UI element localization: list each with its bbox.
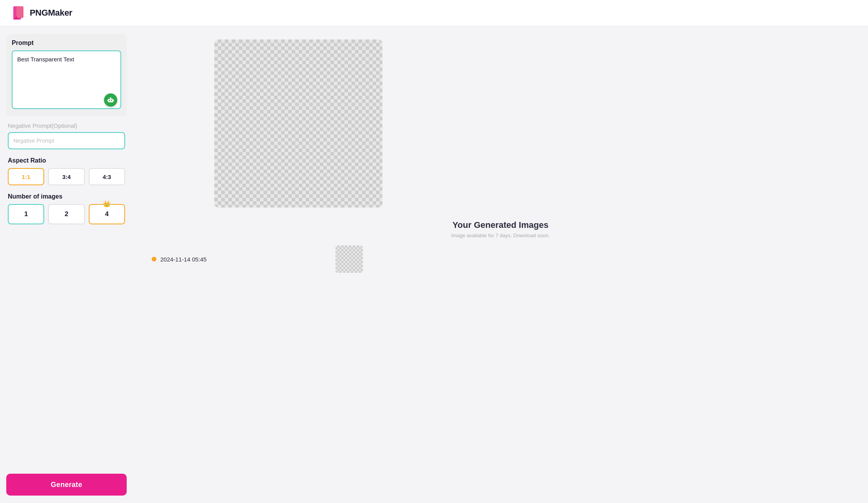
logo-icon: [11, 5, 26, 20]
ratio-btn-3-4[interactable]: 3:4: [48, 168, 84, 185]
status-dot: [152, 257, 156, 261]
svg-rect-9: [113, 100, 114, 101]
logo-text: PNGMaker: [30, 8, 72, 18]
num-btn-1[interactable]: 1: [8, 204, 44, 224]
svg-point-5: [111, 100, 112, 101]
right-panel: Your Generated Images Image available fo…: [133, 26, 868, 503]
main-layout: Prompt Best Transparent Text: [0, 26, 868, 503]
generated-section: Your Generated Images Image available fo…: [144, 220, 857, 276]
thumbnail-checker: [335, 245, 363, 273]
ratio-btn-4-3[interactable]: 4:3: [89, 168, 125, 185]
svg-rect-8: [108, 100, 108, 101]
negative-prompt-section: Negative Prompt(Optional): [6, 122, 127, 149]
left-panel: Prompt Best Transparent Text: [0, 26, 133, 503]
image-preview: [214, 39, 382, 208]
num-images-label: Number of images: [8, 193, 125, 200]
spacer: [6, 234, 127, 474]
ratio-buttons: 1:1 3:4 4:3: [8, 168, 125, 185]
robot-icon: [107, 96, 115, 104]
ratio-btn-1-1[interactable]: 1:1: [8, 168, 44, 185]
generated-title: Your Generated Images: [144, 220, 857, 230]
aspect-ratio-label: Aspect Ratio: [8, 157, 125, 164]
num-btn-4[interactable]: 👑 4: [89, 204, 125, 224]
prompt-section: Prompt Best Transparent Text: [6, 34, 127, 116]
prompt-label: Prompt: [12, 39, 121, 47]
generated-subtitle: Image available for 7 days. Download soo…: [144, 233, 857, 238]
svg-rect-3: [108, 99, 113, 102]
image-timestamp: 2024-11-14 05:45: [160, 256, 206, 263]
generate-button[interactable]: Generate: [6, 474, 127, 496]
num-images-section: Number of images 1 2 👑 4: [6, 193, 127, 224]
num-btn-2[interactable]: 2: [48, 204, 84, 224]
image-entry: 2024-11-14 05:45: [144, 245, 857, 273]
negative-prompt-label: Negative Prompt(Optional): [8, 122, 125, 129]
prompt-textarea-wrapper: Best Transparent Text: [12, 50, 121, 111]
crown-icon: 👑: [103, 200, 111, 208]
num-buttons: 1 2 👑 4: [8, 204, 125, 224]
negative-prompt-input[interactable]: [8, 132, 125, 149]
header: PNGMaker: [0, 0, 868, 26]
svg-rect-1: [16, 6, 23, 18]
svg-point-4: [109, 100, 110, 101]
ai-enhance-button[interactable]: [104, 93, 117, 107]
aspect-ratio-section: Aspect Ratio 1:1 3:4 4:3: [6, 157, 127, 185]
